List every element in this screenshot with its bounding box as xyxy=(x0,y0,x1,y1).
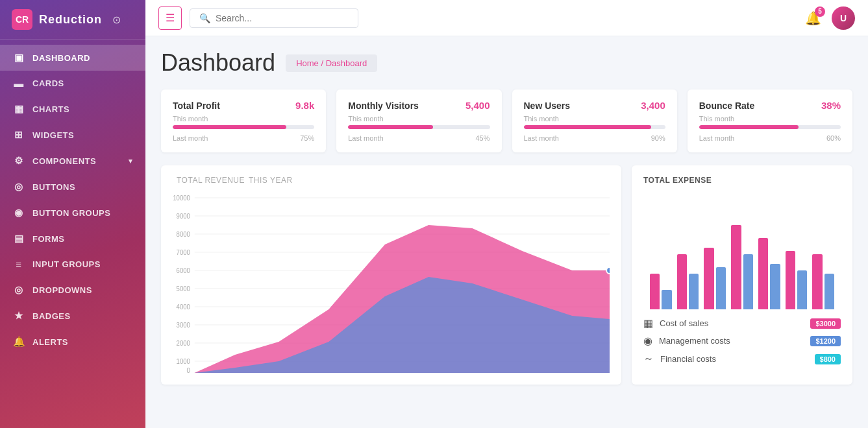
nav-label: DROPDOWNS xyxy=(32,285,92,295)
sidebar-item-badges[interactable]: ★ BADGES xyxy=(0,303,145,329)
progress-fill xyxy=(699,125,799,129)
nav-label: INPUT GROUPS xyxy=(32,259,101,269)
bar-pink xyxy=(786,251,795,309)
topbar: ☰ 🔍 🔔 5 U xyxy=(145,0,868,36)
main-area: ☰ 🔍 🔔 5 U Dashboard Home / Dashboard xyxy=(145,0,868,428)
chevron-icon: ▾ xyxy=(129,157,133,165)
topbar-right: 🔔 5 U xyxy=(805,6,855,30)
bar-blue xyxy=(689,274,699,309)
cards-icon: ▬ xyxy=(13,78,25,89)
stat-label: New Users xyxy=(524,101,571,111)
breadcrumb-current: Dashboard xyxy=(326,58,367,68)
legend-item-2: ～ Financial costs $800 xyxy=(643,352,841,366)
input-groups-icon: ≡ xyxy=(13,259,25,270)
total-expense-card: TOTAL EXPENSE xyxy=(632,165,852,385)
sidebar-nav: ▣ DASHBOARD ▬ CARDS ▦ CHARTS ⊞ WIDGETS ⚙… xyxy=(0,40,145,428)
bar-group-3 xyxy=(731,225,753,309)
search-input[interactable] xyxy=(216,13,349,23)
stat-card-1: Monthly Visitors 5,400 This month Last m… xyxy=(336,89,501,152)
progress-fill xyxy=(348,125,433,129)
sidebar-item-forms[interactable]: ▤ FORMS xyxy=(0,226,145,252)
last-period-label: Last month xyxy=(348,134,383,142)
bar-group-1 xyxy=(677,254,699,309)
last-period-label: Last month xyxy=(173,134,208,142)
progress-bg xyxy=(348,125,490,129)
last-period-value: 75% xyxy=(300,134,314,142)
sidebar-item-dashboard[interactable]: ▣ DASHBOARD xyxy=(0,45,145,71)
sidebar-item-button-groups[interactable]: ◉ BUTTON GROUPS xyxy=(0,200,145,226)
breadcrumb-home[interactable]: Home xyxy=(296,58,319,68)
nav-label: Components xyxy=(32,156,96,166)
nav-label: WIDGETS xyxy=(32,130,74,140)
bar-pair xyxy=(677,254,699,309)
sidebar-item-buttons[interactable]: ◎ BUTTONS xyxy=(0,174,145,200)
progress-fill xyxy=(173,125,286,129)
bar-pair xyxy=(758,238,780,309)
sidebar-item-components[interactable]: ⚙ Components ▾ xyxy=(0,148,145,174)
stat-last: Last month 90% xyxy=(524,134,665,142)
sidebar-item-widgets[interactable]: ⊞ WIDGETS xyxy=(0,122,145,148)
bar-pair xyxy=(812,254,834,309)
notification-bell[interactable]: 🔔 5 xyxy=(805,10,821,26)
buttons-icon: ◎ xyxy=(13,181,25,193)
svg-text:4000: 4000 xyxy=(177,303,191,311)
stat-last: Last month 45% xyxy=(348,134,490,142)
last-period-value: 90% xyxy=(651,134,665,142)
nav-label: BADGES xyxy=(32,311,71,321)
legend-label: Financial costs xyxy=(660,354,716,364)
stat-value: 38% xyxy=(821,100,841,111)
sidebar-item-dropdowns[interactable]: ◎ DROPDOWNS xyxy=(0,277,145,303)
stat-card-0: Total Profit 9.8k This month Last month … xyxy=(161,89,326,152)
alerts-icon: 🔔 xyxy=(13,336,25,348)
stat-card-2: New Users 3,400 This month Last month 90… xyxy=(512,89,677,152)
user-avatar[interactable]: U xyxy=(832,6,855,30)
components-icon: ⚙ xyxy=(13,155,25,167)
legend-badge: $3000 xyxy=(810,318,841,329)
bar-blue xyxy=(825,274,834,309)
progress-bg xyxy=(524,125,665,129)
dashboard-icon: ▣ xyxy=(13,52,25,64)
search-box: 🔍 xyxy=(190,8,358,28)
page-content: Dashboard Home / Dashboard Total Profit … xyxy=(145,36,868,428)
legend-icon: ◉ xyxy=(643,335,652,347)
sidebar-item-cards[interactable]: ▬ CARDS xyxy=(0,71,145,96)
bar-pair xyxy=(786,251,808,309)
search-icon: 🔍 xyxy=(199,13,210,23)
nav-label: FORMS xyxy=(32,234,64,244)
bar-pair xyxy=(650,274,672,309)
bar-blue xyxy=(662,290,671,309)
stat-header: Total Profit 9.8k xyxy=(173,100,314,111)
sidebar-item-input-groups[interactable]: ≡ INPUT GROUPS xyxy=(0,252,145,277)
nav-label: ALERTS xyxy=(32,337,68,347)
stat-header: New Users 3,400 xyxy=(524,100,665,111)
bar-pink xyxy=(677,254,687,309)
svg-text:1000: 1000 xyxy=(177,358,191,365)
bar-chart xyxy=(643,193,841,309)
menu-button[interactable]: ☰ xyxy=(158,6,182,30)
revenue-chart-title: TOTAL REVENUEThis Year xyxy=(173,176,610,185)
sidebar-item-alerts[interactable]: 🔔 ALERTS xyxy=(0,329,145,355)
stat-value: 3,400 xyxy=(641,100,665,111)
stat-header: Monthly Visitors 5,400 xyxy=(348,100,490,111)
area-chart: 10000 9000 8000 7000 6000 5000 4000 3000… xyxy=(173,193,610,374)
stat-period: This month xyxy=(348,115,490,123)
last-period-value: 45% xyxy=(475,134,490,142)
nav-label: CHARTS xyxy=(32,104,69,114)
svg-text:10000: 10000 xyxy=(173,195,190,202)
progress-bg xyxy=(699,125,841,129)
dropdowns-icon: ◎ xyxy=(13,284,25,296)
sidebar-item-charts[interactable]: ▦ CHARTS xyxy=(0,96,145,122)
stat-label: Bounce Rate xyxy=(699,101,755,111)
bar-group-2 xyxy=(704,248,726,309)
stat-period: This month xyxy=(173,115,314,123)
stat-last: Last month 75% xyxy=(173,134,314,142)
legend-label: Management costs xyxy=(659,336,730,346)
bar-pink xyxy=(758,238,768,309)
button-groups-icon: ◉ xyxy=(13,207,25,219)
stat-card-3: Bounce Rate 38% This month Last month 60… xyxy=(688,89,852,152)
expense-legend: ▦ Cost of sales $3000 ◉ Management costs… xyxy=(643,317,841,366)
svg-text:3000: 3000 xyxy=(177,322,191,329)
bar-group-4 xyxy=(758,238,780,309)
stat-cards: Total Profit 9.8k This month Last month … xyxy=(161,89,852,152)
nav-label: BUTTONS xyxy=(32,182,75,192)
